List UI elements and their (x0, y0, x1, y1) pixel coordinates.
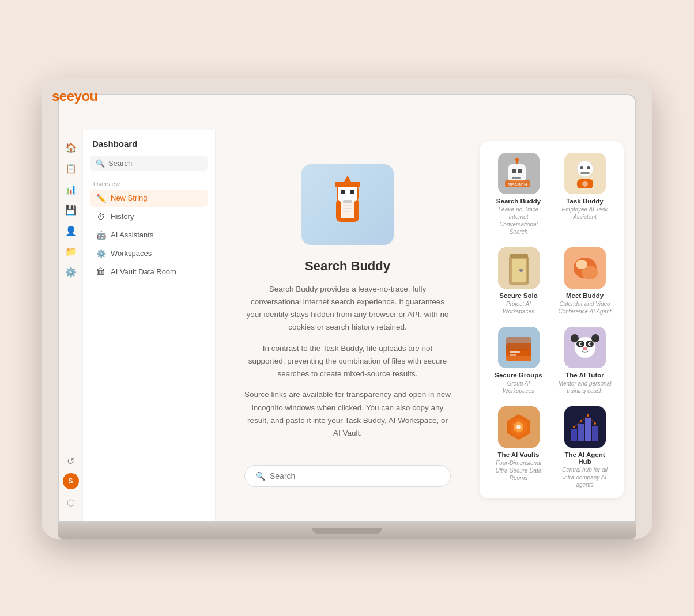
agent-card-desc-task: Employee AI Task Assistant (557, 206, 612, 221)
svg-point-24 (580, 166, 583, 169)
sidebar-icon-storage[interactable]: 💾 (62, 201, 80, 220)
nav-item-new-string[interactable]: ✏️ New String (90, 190, 208, 207)
svg-point-16 (518, 169, 522, 173)
ai-icon: 🤖 (96, 230, 106, 240)
svg-point-15 (512, 169, 516, 173)
agent-card-meet-buddy[interactable]: Meet Buddy Calendar and Video Conference… (555, 245, 614, 318)
svg-text:SEARCH: SEARCH (508, 182, 527, 187)
agent-card-desc-ai-tutor: Mentor and personal training coach (557, 380, 612, 395)
agent-card-ai-tutor[interactable]: The AI Tutor Mentor and personal trainin… (555, 324, 614, 397)
sidebar-icon-folder[interactable]: 📁 (62, 243, 80, 261)
svg-point-59 (516, 425, 521, 429)
svg-rect-64 (592, 426, 598, 441)
svg-point-50 (580, 343, 582, 345)
nav-item-ai-vault-label: AI Vault Data Room (111, 267, 176, 276)
sidebar-icon-docs[interactable]: 📋 (62, 160, 80, 178)
svg-point-54 (591, 334, 599, 342)
nav-item-ai-assistants-label: AI Assistants (111, 230, 153, 239)
agent-thumb-ai-tutor (564, 327, 606, 368)
sidebar-icon-refresh[interactable]: ↺ (62, 452, 80, 471)
agent-card-name-ai-agent-hub: The AI Agent Hub (557, 451, 612, 465)
svg-rect-41 (506, 337, 531, 350)
svg-rect-7 (343, 200, 352, 203)
main-search-input[interactable] (270, 471, 440, 481)
workspace-icon: ⚙️ (96, 249, 106, 258)
svg-point-23 (577, 161, 593, 177)
nav-item-ai-vault[interactable]: 🏛 AI Vault Data Room (90, 263, 208, 281)
agent-card-task-buddy[interactable]: Task Buddy Employee AI Task Assistant (555, 150, 614, 238)
agent-desc-1: Search Buddy provides a leave-no-trace, … (244, 283, 451, 334)
agent-title: Search Buddy (305, 259, 390, 274)
svg-point-19 (515, 158, 519, 161)
nav-item-ai-assistants[interactable]: 🤖 AI Assistants (90, 226, 208, 244)
agent-card-name-secure-solo: Secure Solo (499, 292, 537, 299)
agent-thumb-ai-agent-hub (564, 406, 606, 448)
agent-card-desc-search: Leave-no-Trace Internet Conversational S… (491, 206, 546, 236)
svg-marker-12 (344, 176, 351, 182)
main-search-bar[interactable]: 🔍 (244, 465, 451, 487)
nav-item-history-label: History (111, 212, 134, 221)
svg-point-32 (519, 269, 523, 272)
sidebar-icon-home[interactable]: 🏠 (62, 139, 80, 157)
sidebar-search-box[interactable]: 🔍 (90, 156, 208, 171)
svg-point-3 (350, 190, 354, 194)
svg-rect-6 (341, 201, 354, 218)
agent-thumb-secure-solo (498, 247, 540, 289)
agent-thumb-ai-vaults (498, 406, 540, 448)
svg-point-52 (583, 347, 587, 350)
agent-card-ai-agent-hub[interactable]: The AI Agent Hub Central hub for all int… (555, 404, 614, 491)
svg-point-25 (587, 166, 590, 169)
agent-card-desc-secure-solo: Project AI Workspaces (491, 300, 546, 315)
nav-sidebar: Dashboard 🔍 Overview ✏️ New String ⏱ His… (83, 130, 216, 521)
svg-rect-43 (510, 354, 516, 356)
agent-card-ai-vaults[interactable]: The AI Vaults Four-Dimensional Ultra-Sec… (489, 404, 548, 491)
edit-icon: ✏️ (96, 194, 106, 203)
nav-item-history[interactable]: ⏱ History (90, 208, 208, 225)
agent-card-name-secure-groups: Secure Groups (495, 372, 542, 379)
agent-card-name-ai-vaults: The AI Vaults (498, 451, 540, 458)
agent-thumb-task-buddy (564, 153, 606, 194)
agent-card-desc-ai-agent-hub: Central hub for all intra-company AI age… (557, 466, 612, 489)
svg-point-53 (571, 334, 579, 342)
search-bar-icon: 🔍 (255, 471, 265, 481)
agent-thumb-search-buddy: SEARCH (498, 153, 540, 194)
agent-card-desc-meet: Calendar and Video Conference AI Agent (557, 300, 612, 315)
agent-desc-2: In contrast to the Task Buddy, file uplo… (244, 342, 451, 381)
svg-point-37 (576, 260, 587, 269)
nav-item-workspaces[interactable]: ⚙️ Workspaces (90, 245, 208, 262)
header-bar (216, 95, 635, 130)
vault-icon: 🏛 (96, 267, 106, 277)
sidebar-icon-logout[interactable]: ⬡ (62, 494, 80, 512)
agent-card-secure-groups[interactable]: Secure Groups Group AI Workspaces (489, 324, 548, 397)
nav-item-workspaces-label: Workspaces (111, 249, 152, 258)
sidebar-title: Dashboard (90, 139, 208, 149)
history-icon: ⏱ (96, 212, 106, 221)
svg-rect-31 (512, 259, 526, 282)
svg-point-51 (589, 343, 591, 345)
svg-rect-33 (510, 254, 528, 258)
svg-rect-17 (512, 177, 521, 179)
agent-card-secure-solo[interactable]: Secure Solo Project AI Workspaces (489, 245, 548, 318)
nav-section-label: Overview (90, 180, 208, 187)
agent-card-desc-ai-vaults: Four-Dimensional Ultra-Secure Data Rooms (491, 459, 546, 482)
agent-desc-3: Source links are available for transpare… (244, 388, 451, 440)
svg-rect-62 (578, 424, 584, 441)
agent-image (301, 164, 394, 245)
agent-card-name-meet: Meet Buddy (566, 292, 604, 299)
svg-rect-26 (580, 172, 590, 174)
svg-rect-11 (335, 182, 360, 187)
user-avatar[interactable]: S (63, 473, 79, 489)
agents-panel: SEARCH Search Buddy Leave-no-Trace Inter… (480, 141, 624, 498)
sidebar-icon-settings[interactable]: ⚙️ (62, 263, 80, 282)
agent-thumb-secure-groups (498, 327, 540, 368)
sidebar-search-input[interactable] (108, 159, 202, 168)
agent-card-search-buddy[interactable]: SEARCH Search Buddy Leave-no-Trace Inter… (489, 150, 548, 238)
svg-point-2 (341, 190, 345, 194)
agent-card-desc-secure-groups: Group AI Workspaces (491, 380, 546, 395)
icon-sidebar: 🏠 📋 📊 💾 👤 📁 ⚙️ ↺ S ⬡ (59, 130, 83, 521)
agent-card-name-task: Task Buddy (566, 198, 603, 205)
sidebar-icon-user[interactable]: 👤 (62, 222, 80, 240)
brand-logo: seeyou (58, 94, 98, 104)
main-content: Search Buddy Search Buddy provides a lea… (216, 95, 635, 521)
sidebar-icon-analytics[interactable]: 📊 (62, 180, 80, 199)
